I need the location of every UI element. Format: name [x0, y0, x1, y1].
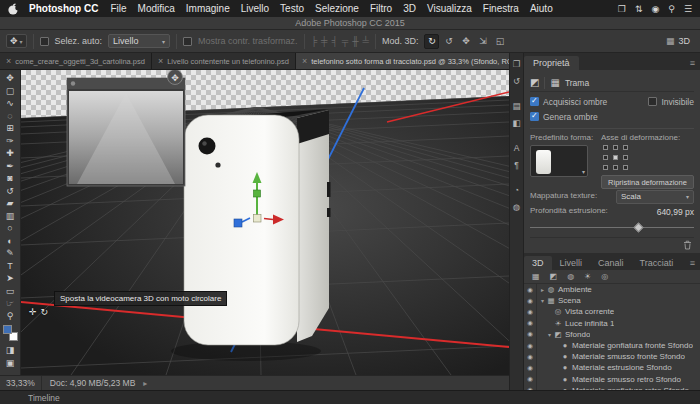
spotlight-icon[interactable]: ⚲	[668, 4, 675, 14]
expander-icon[interactable]: ▾	[546, 331, 553, 338]
eraser-tool[interactable]: ▰	[1, 197, 20, 210]
filter-lights-icon[interactable]: ☀	[584, 272, 591, 281]
menu-selezione[interactable]: Selezione	[315, 3, 359, 14]
dodge-tool[interactable]: ◐	[1, 235, 20, 248]
visibility-eye-icon[interactable]: ◉	[524, 284, 537, 295]
apple-menu-icon[interactable]	[8, 3, 19, 15]
foreground-color-swatch[interactable]	[3, 325, 12, 334]
menu-immagine[interactable]: Immagine	[186, 3, 230, 14]
workspace-switcher[interactable]: 3D	[678, 36, 690, 46]
tab-properties[interactable]: Proprietà	[524, 56, 579, 70]
visibility-eye-icon[interactable]: ◉	[524, 340, 537, 351]
expander-icon[interactable]: ▾	[539, 297, 546, 304]
document-canvas[interactable]: ✥ Sposta la videocamera 3D con moto circ…	[21, 70, 509, 375]
tree-item-scena[interactable]: ◉▾▦Scena	[524, 295, 700, 306]
tab-tracciati[interactable]: Tracciati	[632, 256, 682, 270]
checkbox-icon[interactable]	[648, 97, 657, 106]
deform-axis-cell-3[interactable]	[623, 145, 628, 150]
3d-mode-slide-icon[interactable]: ⇲	[475, 34, 490, 49]
tree-item-materiale-gonfiatura-fronte-sfondo[interactable]: ◉●Materiale gonfiatura fronte Sfondo	[524, 340, 700, 351]
extrusion-depth-value[interactable]: 640,99 px	[657, 207, 694, 217]
tab-canali[interactable]: Canali	[590, 256, 632, 270]
status-menu-arrow-icon[interactable]: ▸	[143, 379, 147, 388]
cast-shadows-checkbox[interactable]: Genera ombre	[530, 112, 598, 122]
blur-tool[interactable]: ○	[1, 222, 20, 235]
filter-meshes-icon[interactable]: ◩	[550, 272, 558, 281]
hand-tool[interactable]: ☞	[1, 297, 20, 310]
panel-menu-icon[interactable]: ≡	[685, 258, 700, 270]
visibility-eye-icon[interactable]: ◉	[524, 306, 537, 317]
align-icon-1[interactable]: ╞	[311, 36, 317, 46]
collapsed-panel-icon-7[interactable]: ◔	[514, 185, 519, 195]
show-transform-checkbox[interactable]	[183, 37, 192, 46]
menu-finestra[interactable]: Finestra	[483, 3, 519, 14]
deformation-axis-grid[interactable]	[603, 145, 694, 170]
eyedropper-tool[interactable]: ✑	[1, 135, 20, 148]
filter-whole-scene-icon[interactable]: ▦	[532, 272, 540, 281]
type-tool[interactable]: T	[1, 260, 20, 273]
color-swatches[interactable]	[3, 325, 18, 341]
tool-preset-button[interactable]: ✥ ▾	[6, 34, 27, 48]
tree-item-vista-corrente[interactable]: ◉◎Vista corrente	[524, 306, 700, 317]
shape-tool[interactable]: ▭	[1, 285, 20, 298]
visibility-eye-icon[interactable]: ◉	[524, 329, 537, 340]
tab-3d[interactable]: 3D	[524, 256, 552, 270]
align-icon-2[interactable]: ╪	[321, 36, 327, 46]
display-icon[interactable]: ◉	[651, 4, 659, 14]
document-tab-livello-contentente-un-telef[interactable]: ×Livello contentente un telefonino.psd	[152, 53, 296, 69]
deform-axis-cell-2[interactable]	[613, 145, 618, 150]
menu-livello[interactable]: Livello	[241, 3, 269, 14]
3d-mode-pan-icon[interactable]: ✥	[458, 34, 473, 49]
tree-item-luce-infinita-1[interactable]: ◉☀Luce infinita 1	[524, 318, 700, 329]
notification-center-icon[interactable]: ☰	[684, 4, 692, 14]
y-axis-scale-handle[interactable]	[254, 190, 261, 197]
tree-item-materiale-smusso-fronte-sfondo[interactable]: ◉●Materiale smusso fronte Sfondo	[524, 351, 700, 362]
collapsed-panel-icon-1[interactable]: ❐	[513, 59, 521, 69]
gradient-tool[interactable]: ▥	[1, 210, 20, 223]
z-axis-scale-handle[interactable]	[234, 219, 242, 227]
3d-scene[interactable]: ✥	[21, 70, 509, 375]
deform-axis-cell-5[interactable]	[613, 155, 618, 160]
tree-item-sfondo[interactable]: ◉▾◩Sfondo	[524, 329, 700, 340]
secondary-view-titlebar[interactable]	[67, 78, 185, 89]
3d-mode-roll-icon[interactable]: ↺	[441, 34, 456, 49]
tree-item-ambiente[interactable]: ◉▸◍Ambiente	[524, 284, 700, 295]
app-menu-photoshop[interactable]: Photoshop CC	[29, 3, 98, 14]
visibility-eye-icon[interactable]: ◉	[524, 318, 537, 329]
widget-center-handle[interactable]	[254, 215, 262, 223]
3d-mode-scale-icon[interactable]: ◱	[492, 34, 507, 49]
quick-mask-icon[interactable]: ◨	[1, 344, 20, 357]
brush-tool[interactable]: ✒	[1, 160, 20, 173]
move-widget-badge[interactable]: ✥	[168, 70, 183, 85]
menu-3d[interactable]: 3D	[403, 3, 416, 14]
align-icon-6[interactable]: ╧	[363, 36, 369, 46]
healing-brush-tool[interactable]: ✚	[1, 147, 20, 160]
extrusion-depth-slider[interactable]	[530, 223, 694, 233]
align-icon-5[interactable]: ╫	[352, 36, 358, 46]
secondary-view-close-button[interactable]	[71, 81, 75, 85]
deform-axis-cell-9[interactable]	[623, 165, 628, 170]
lasso-tool[interactable]: ∿	[1, 97, 20, 110]
texture-mapping-dropdown[interactable]: Scala ▾	[616, 190, 694, 204]
updates-icon[interactable]: ⇅	[635, 4, 643, 14]
quick-selection-tool[interactable]: ◌	[1, 110, 20, 123]
collapsed-panel-icon-8[interactable]: ◍	[513, 202, 520, 212]
screen-mode-icon[interactable]: ▣	[1, 357, 20, 370]
tab-close-icon[interactable]: ×	[6, 56, 11, 66]
collapsed-panel-icon-5[interactable]: A	[514, 143, 520, 153]
zoom-tool[interactable]: ⚲	[1, 310, 20, 323]
tab-close-icon[interactable]: ×	[302, 56, 307, 66]
visibility-eye-icon[interactable]: ◉	[524, 295, 537, 306]
history-brush-tool[interactable]: ↺	[1, 185, 20, 198]
zoom-level-field[interactable]: 33,33%	[0, 376, 42, 390]
deform-axis-cell-8[interactable]	[613, 165, 618, 170]
auto-select-target-dropdown[interactable]: Livello ▾	[108, 34, 170, 48]
tree-item-materiale-smusso-retro-sfondo[interactable]: ◉●Materiale smusso retro Sfondo	[524, 374, 700, 385]
checkbox-icon[interactable]	[530, 112, 539, 121]
marquee-tool[interactable]: ▢	[1, 85, 20, 98]
shape-preset-dropdown[interactable]: ▾	[530, 145, 588, 177]
menu-testo[interactable]: Testo	[280, 3, 304, 14]
visibility-eye-icon[interactable]: ◉	[524, 362, 537, 373]
path-selection-tool[interactable]: ➤	[1, 272, 20, 285]
filter-current-view-icon[interactable]: ◎	[601, 272, 608, 281]
